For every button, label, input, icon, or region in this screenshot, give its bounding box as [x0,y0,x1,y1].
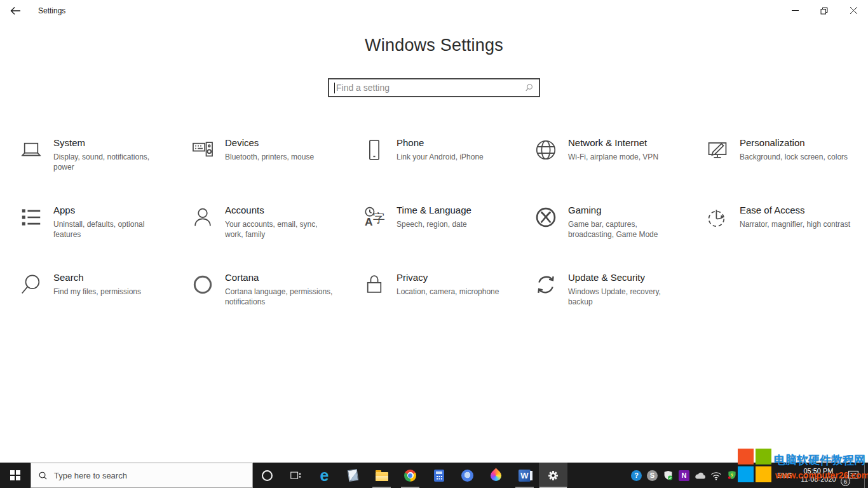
windows-security-tray-button[interactable] [660,463,676,488]
tile-title: Cortana [225,272,337,283]
start-button[interactable] [0,463,31,488]
tile-description: Uninstall, defaults, optional features [53,219,165,240]
battery-shield-icon [726,470,738,481]
tile-time-language[interactable]: Time & Language Speech, region, date [358,200,530,267]
wifi-tray-button[interactable] [708,463,724,488]
tile-cortana[interactable]: Cortana Cortana language, permissions, n… [187,267,358,334]
minimize-icon [792,7,799,14]
text-caret [334,83,335,93]
close-button[interactable] [839,0,868,21]
onedrive-tray-button[interactable] [692,463,708,488]
desktop: Settings Windows Settings Find a setting [0,0,868,488]
tile-system[interactable]: System Display, sound, notifications, po… [15,132,187,200]
language-indicator[interactable]: ENG [775,463,794,488]
tile-title: Time & Language [397,205,471,215]
calculator-icon [434,470,444,482]
paint-drop-app-button[interactable] [482,463,510,488]
onenote-tray-button[interactable]: N [676,463,692,488]
tile-search[interactable]: Search Find my files, permissions [15,267,187,334]
notification-badge: 6 [841,477,850,486]
tile-title: Personalization [740,137,848,148]
task-view-icon [290,470,302,481]
chromium-button[interactable] [453,463,482,488]
tile-description: Game bar, captures, broadcasting, Game M… [568,219,680,240]
tile-ease-of-access[interactable]: Ease of Access Narrator, magnifier, high… [702,200,868,267]
settings-app-button[interactable] [539,463,567,488]
tile-phone[interactable]: Phone Link your Android, iPhone [358,132,530,200]
tile-text: Phone Link your Android, iPhone [397,137,484,162]
defender-shield-icon [662,470,674,482]
notepad-icon [348,469,358,482]
tile-title: Search [53,272,141,283]
tile-update-security[interactable]: Update & Security Windows Update, recove… [530,267,702,334]
update-security-icon [534,273,558,297]
onenote-icon: N [679,470,689,481]
file-explorer-icon [376,472,388,481]
task-view-button[interactable] [281,463,310,488]
notepad-button[interactable] [339,463,367,488]
time-language-icon [362,205,386,229]
taskbar: Type here to search e [0,463,868,488]
search-tile-icon [19,273,43,297]
help-icon: ? [631,470,642,481]
tile-title: Apps [53,205,165,215]
tile-text: Devices Bluetooth, printers, mouse [225,137,314,162]
show-desktop-button[interactable] [864,463,868,488]
tile-accounts[interactable]: Accounts Your accounts, email, sync, wor… [187,200,358,267]
tile-description: Narrator, magnifier, high contrast [740,219,850,229]
tile-description: Wi-Fi, airplane mode, VPN [568,152,658,162]
word-button[interactable]: W [510,463,539,488]
tile-text: System Display, sound, notifications, po… [53,137,165,172]
tile-description: Bluetooth, printers, mouse [225,152,314,162]
find-a-setting-placeholder: Find a setting [336,83,525,93]
personalization-icon [705,138,729,162]
restore-icon [820,7,828,15]
system-tray: ? S N [628,463,868,488]
tray-watermark-gap [740,463,775,488]
clock[interactable]: 05:50 PM 11-08-2020 [794,463,843,488]
tile-description: Link your Android, iPhone [397,152,484,162]
skype-tray-button[interactable]: S [644,463,660,488]
chromium-icon [461,470,473,482]
tile-title: Update & Security [568,272,680,283]
phone-icon [362,138,386,162]
taskbar-search-placeholder: Type here to search [54,471,127,480]
tile-text: Search Find my files, permissions [53,272,141,297]
tile-description: Cortana language, permissions, notificat… [225,287,337,307]
tile-personalization[interactable]: Personalization Background, lock screen,… [702,132,868,200]
internet-explorer-button[interactable]: e [310,463,339,488]
restore-button[interactable] [810,0,839,21]
help-tray-button[interactable]: ? [628,463,644,488]
onedrive-cloud-icon [694,471,707,480]
window-controls [780,0,868,21]
cortana-button[interactable] [253,463,281,488]
action-center-button[interactable]: 6 [843,463,864,488]
settings-window-titlebar: Settings [0,0,868,21]
tile-title: Gaming [568,205,680,215]
calculator-button[interactable] [424,463,453,488]
find-a-setting-input[interactable]: Find a setting [328,78,540,97]
taskbar-search-input[interactable]: Type here to search [31,463,253,488]
tile-gaming[interactable]: Gaming Game bar, captures, broadcasting,… [530,200,702,267]
tile-apps[interactable]: Apps Uninstall, defaults, optional featu… [15,200,187,267]
tile-text: Accounts Your accounts, email, sync, wor… [225,205,337,240]
back-arrow-icon [10,6,21,15]
tile-title: Phone [397,137,484,148]
tile-privacy[interactable]: Privacy Location, camera, microphone [358,267,530,334]
tile-title: Ease of Access [740,205,850,215]
tile-description: Find my files, permissions [53,287,141,297]
page-title: Windows Settings [0,36,868,55]
clock-time: 05:50 PM [794,467,843,475]
file-explorer-button[interactable] [367,463,396,488]
minimize-button[interactable] [780,0,810,21]
chrome-button[interactable] [396,463,424,488]
back-button[interactable] [0,0,31,21]
tile-network[interactable]: Network & Internet Wi-Fi, airplane mode,… [530,132,702,200]
antivirus-tray-button[interactable] [724,463,740,488]
tile-title: Accounts [225,205,337,215]
tile-text: Apps Uninstall, defaults, optional featu… [53,205,165,240]
tile-title: System [53,137,165,148]
chrome-icon [404,470,416,482]
tile-devices[interactable]: Devices Bluetooth, printers, mouse [187,132,358,200]
tile-title: Devices [225,137,314,148]
